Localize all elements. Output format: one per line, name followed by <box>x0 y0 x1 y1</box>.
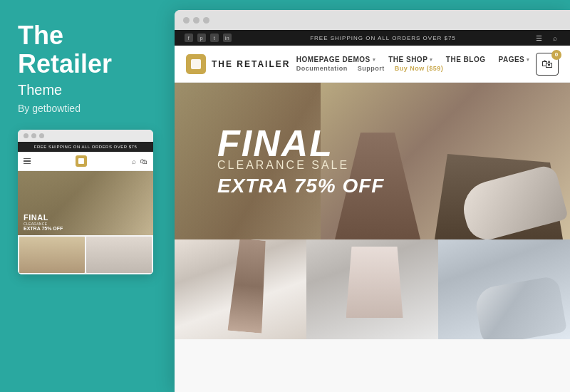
mini-hero: FINAL CLEARANCE EXTRA 75% OFF <box>18 171 153 235</box>
nav-main-row: HOMEPAGE DEMOS ▾ THE SHOP ▾ THE BLOG PAG… <box>296 56 530 63</box>
product-image-2 <box>306 239 438 339</box>
mini-hero-final: FINAL <box>24 214 63 222</box>
hero-clearance-text: CLEARANCE SALE <box>217 159 384 172</box>
mini-navbar: ⌕ 🛍 <box>18 152 153 171</box>
topbar-actions: ☰ ⌕ <box>534 33 560 43</box>
mini-preview: FREE SHIPPING ON ALL ORDERS OVER $75 ⌕ 🛍… <box>18 130 153 274</box>
nav-sub-row: Documentation Support Buy Now ($59) <box>296 65 444 72</box>
site-nav-links: HOMEPAGE DEMOS ▾ THE SHOP ▾ THE BLOG PAG… <box>296 56 530 72</box>
product-image-1 <box>175 239 306 339</box>
site-navbar: THE RETAILER HOMEPAGE DEMOS ▾ THE SHOP ▾… <box>175 46 570 83</box>
topbar-search-icon[interactable]: ⌕ <box>550 33 560 43</box>
mini-product-1 <box>19 237 85 273</box>
product-card-2[interactable] <box>306 239 438 392</box>
mini-nav-icons: ⌕ 🛍 <box>132 158 147 165</box>
product-image-3 <box>438 239 570 339</box>
mini-topbar-text: FREE SHIPPING ON ALL ORDERS OVER $75 <box>34 145 137 149</box>
pinterest-icon[interactable]: p <box>197 33 206 42</box>
cart-badge: 0 <box>551 50 561 60</box>
theme-by: By getbowtied <box>18 103 157 114</box>
mini-topbar: FREE SHIPPING ON ALL ORDERS OVER $75 <box>18 142 153 152</box>
mini-hero-text: FINAL CLEARANCE EXTRA 75% OFF <box>24 214 63 231</box>
topbar-menu-icon[interactable]: ☰ <box>534 33 544 43</box>
mini-dot-2 <box>31 133 36 138</box>
nav-support[interactable]: Support <box>358 65 385 72</box>
left-panel: The Retailer Theme By getbowtied FREE SH… <box>0 0 175 392</box>
mini-product-2 <box>86 237 152 273</box>
title-line2: Retailer <box>18 49 112 78</box>
mini-dot-3 <box>39 133 44 138</box>
mini-titlebar <box>18 130 153 142</box>
theme-subtitle: Theme <box>18 82 157 98</box>
browser-dot-2 <box>193 17 200 24</box>
site-topbar: f p t in FREE SHIPPING ON ALL ORDERS OVE… <box>175 30 570 46</box>
title-line1: The <box>18 21 63 50</box>
chevron-down-icon: ▾ <box>430 57 433 63</box>
mini-hamburger-icon[interactable] <box>24 158 31 165</box>
browser-mockup: f p t in FREE SHIPPING ON ALL ORDERS OVE… <box>175 10 570 392</box>
site-hero: FINAL CLEARANCE SALE EXTRA 75% OFF <box>175 83 570 239</box>
mini-hero-extra: EXTRA 75% OFF <box>24 226 63 231</box>
product-row <box>175 239 570 392</box>
theme-title: The Retailer <box>18 21 157 78</box>
site-logo[interactable]: THE RETAILER <box>186 54 290 74</box>
product-card-3[interactable] <box>438 239 570 392</box>
hero-final-text: FINAL <box>217 125 384 162</box>
product-card-1[interactable] <box>175 239 306 392</box>
logo-name: THE RETAILER <box>212 59 290 69</box>
social-icons: f p t in <box>185 33 232 42</box>
hero-extra-text: EXTRA 75% OFF <box>217 175 384 197</box>
browser-dot-3 <box>203 17 209 24</box>
mini-logo-icon <box>76 155 87 167</box>
nav-pages[interactable]: PAGES ▾ <box>499 56 530 63</box>
facebook-icon[interactable]: f <box>185 33 193 42</box>
mini-search-icon[interactable]: ⌕ <box>132 158 136 165</box>
nav-homepage-demos[interactable]: HOMEPAGE DEMOS ▾ <box>296 56 376 63</box>
mini-dot-1 <box>24 133 28 138</box>
shipping-text: FREE SHIPPING ON ALL ORDERS OVER $75 <box>310 35 456 41</box>
twitter-icon[interactable]: t <box>210 33 219 42</box>
browser-dot-1 <box>183 17 190 24</box>
nav-documentation[interactable]: Documentation <box>296 65 348 72</box>
nav-buy-now[interactable]: Buy Now ($59) <box>395 65 444 72</box>
nav-the-blog[interactable]: THE BLOG <box>446 56 486 63</box>
cart-button[interactable]: 🛍 0 <box>536 53 559 76</box>
chevron-down-icon: ▾ <box>527 57 530 63</box>
linkedin-icon[interactable]: in <box>223 33 232 42</box>
browser-titlebar <box>175 10 570 30</box>
logo-icon <box>186 54 206 74</box>
nav-the-shop[interactable]: THE SHOP ▾ <box>388 56 433 63</box>
mini-cart-icon[interactable]: 🛍 <box>140 158 147 165</box>
hero-content: FINAL CLEARANCE SALE EXTRA 75% OFF <box>175 125 427 197</box>
chevron-down-icon: ▾ <box>373 57 376 63</box>
mini-bottom-products <box>18 235 153 274</box>
